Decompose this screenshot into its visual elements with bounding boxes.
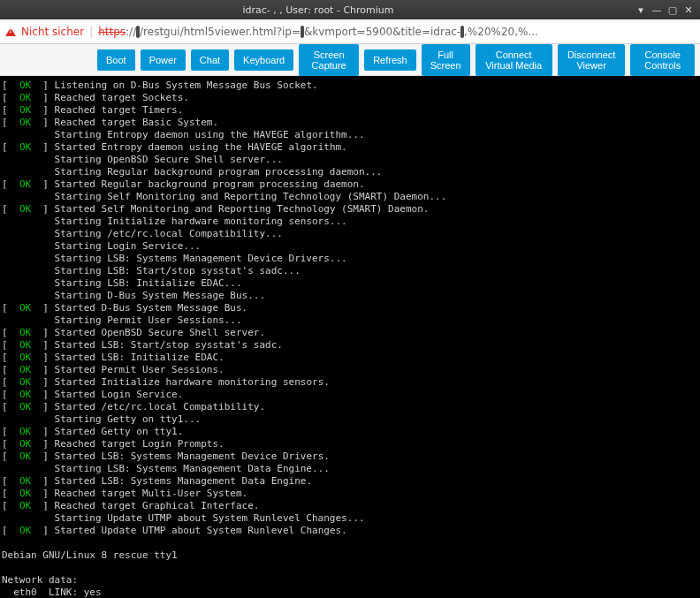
boot-button[interactable]: Boot [97,49,135,71]
connect-media-button[interactable]: Connect Virtual Media [476,44,552,76]
minimize-button[interactable]: ▾ [635,4,647,16]
window-title: idrac- , , User: root - Chromium [5,4,631,16]
disconnect-viewer-button[interactable]: Disconnect Viewer [558,44,626,76]
maximize-button[interactable]: ▢ [666,4,679,16]
full-screen-button[interactable]: Full Screen [422,44,470,76]
keyboard-button[interactable]: Keyboard [234,49,293,71]
close-button[interactable]: ✕ [682,4,695,16]
url-text: https:// /restgui/html5viewer.html?ip= &… [98,26,695,38]
refresh-button[interactable]: Refresh [364,49,416,71]
restore-button[interactable]: — [651,4,663,16]
kvm-toolbar: Boot Power Chat Keyboard Screen Capture … [0,44,700,76]
remote-console[interactable]: [ OK ] Listening on D-Bus System Message… [0,76,700,598]
chat-button[interactable]: Chat [191,49,229,71]
address-bar[interactable]: Nicht sicher | https:// /restgui/html5vi… [0,19,700,44]
power-button[interactable]: Power [141,49,186,71]
screen-capture-button[interactable]: Screen Capture [299,44,359,76]
not-secure-label: Nicht sicher [21,26,84,38]
console-controls-button[interactable]: Console Controls [630,44,695,76]
window-title-bar: idrac- , , User: root - Chromium ▾ — ▢ ✕ [0,0,700,19]
warning-icon [5,27,16,36]
